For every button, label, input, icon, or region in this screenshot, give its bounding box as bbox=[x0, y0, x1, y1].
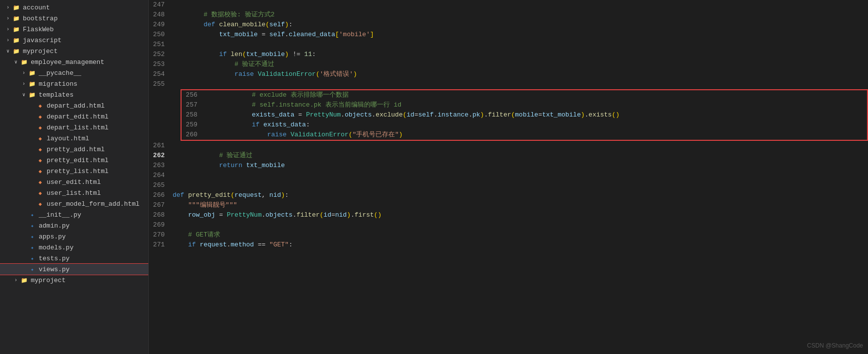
code-line-266: 266 def pretty_edit(request, nid): bbox=[149, 190, 868, 200]
python-icon: ✦ bbox=[28, 221, 37, 230]
chevron-down-icon: ∨ bbox=[20, 92, 28, 98]
chevron-right-icon: › bbox=[4, 38, 12, 43]
sidebar-item-label: pretty_add.html bbox=[47, 146, 105, 153]
code-line-268: 268 row_obj = PrettyNum.objects.filter(i… bbox=[149, 210, 868, 220]
python-icon: ✦ bbox=[28, 254, 37, 263]
folder-icon: 📁 bbox=[28, 90, 37, 99]
line-number: 257 bbox=[182, 100, 205, 110]
line-number: 255 bbox=[149, 79, 173, 89]
sidebar-item-label: user_model_form_add.html bbox=[47, 200, 139, 208]
sidebar-item-label: FlaskWeb bbox=[23, 26, 54, 33]
sidebar-item-label: apps.py bbox=[39, 233, 66, 240]
sidebar-item-label: user_list.html bbox=[47, 189, 101, 197]
code-line-267: 267 """编辑靓号""" bbox=[149, 200, 868, 210]
line-content: return txt_mobile bbox=[173, 161, 868, 171]
sidebar-item-myproject[interactable]: ∨ 📁 myproject bbox=[0, 46, 148, 57]
line-number: 261 bbox=[149, 141, 173, 151]
sidebar-item-flaskweb[interactable]: › 📁 FlaskWeb bbox=[0, 24, 148, 35]
file-explorer[interactable]: › 📁 account › 📁 bootstrap › 📁 FlaskWeb ›… bbox=[0, 0, 149, 354]
line-content: """编辑靓号""" bbox=[173, 200, 868, 210]
sidebar-item-tests-py[interactable]: ✦ tests.py bbox=[0, 253, 148, 264]
html-icon: ◆ bbox=[36, 145, 45, 154]
sidebar-item-label: migrations bbox=[39, 80, 77, 88]
line-content: def pretty_edit(request, nid): bbox=[173, 190, 868, 200]
code-line-269: 269 bbox=[149, 220, 868, 230]
sidebar-item-label: myproject bbox=[31, 277, 65, 284]
folder-icon: 📁 bbox=[12, 25, 21, 34]
code-line-260: 260 raise ValidationError("手机号已存在") bbox=[182, 130, 867, 140]
python-icon: ✦ bbox=[28, 243, 37, 252]
sidebar-item-label: pretty_list.html bbox=[47, 168, 109, 175]
folder-icon: 📁 bbox=[28, 68, 37, 77]
sidebar-item-layout[interactable]: ◆ layout.html bbox=[0, 133, 148, 144]
sidebar-item-user-model-form-add[interactable]: ◆ user_model_form_add.html bbox=[0, 198, 148, 209]
code-line-270: 270 # GET请求 bbox=[149, 230, 868, 240]
sidebar-item-employee-management[interactable]: ∨ 📁 employee_management bbox=[0, 57, 148, 67]
sidebar-item-depart-edit[interactable]: ◆ depart_edit.html bbox=[0, 111, 148, 122]
sidebar-item-label: employee_management bbox=[31, 59, 104, 66]
line-number: 270 bbox=[149, 230, 173, 240]
sidebar-item-init-py[interactable]: ✦ __init__.py bbox=[0, 209, 148, 220]
line-content: # 验证通过 bbox=[173, 151, 868, 161]
code-line-262: 262 # 验证通过 bbox=[149, 151, 868, 161]
sidebar-item-pycache[interactable]: › 📁 __pycache__ bbox=[0, 67, 148, 78]
sidebar-item-models-py[interactable]: ✦ models.py bbox=[0, 242, 148, 253]
code-line-247: 247 bbox=[149, 0, 868, 10]
line-number: 263 bbox=[149, 161, 173, 171]
line-number: 271 bbox=[149, 240, 173, 250]
sidebar-item-label: depart_edit.html bbox=[47, 113, 109, 120]
line-number: 262 bbox=[149, 151, 173, 161]
sidebar-item-depart-list[interactable]: ◆ depart_list.html bbox=[0, 122, 148, 133]
sidebar-item-templates[interactable]: ∨ 📁 templates bbox=[0, 89, 148, 100]
line-content: # 验证不通过 bbox=[173, 59, 868, 69]
folder-icon: 📁 bbox=[12, 3, 21, 12]
chevron-right-icon: › bbox=[20, 81, 28, 87]
line-content: if len(txt_mobile) != 11: bbox=[173, 50, 868, 59]
sidebar-item-pretty-edit[interactable]: ◆ pretty_edit.html bbox=[0, 155, 148, 166]
line-content: # 数据校验: 验证方式2 bbox=[173, 10, 868, 20]
sidebar-item-myproject2[interactable]: › 📁 myproject bbox=[0, 275, 148, 286]
code-line-264: 264 bbox=[149, 171, 868, 180]
sidebar-item-migrations[interactable]: › 📁 migrations bbox=[0, 78, 148, 89]
sidebar-item-depart-add[interactable]: ◆ depart_add.html bbox=[0, 100, 148, 111]
sidebar-item-admin-py[interactable]: ✦ admin.py bbox=[0, 220, 148, 231]
folder-icon: 📁 bbox=[12, 36, 21, 45]
code-line-256: 256 # exclude 表示排除哪一个数据 bbox=[182, 90, 867, 100]
folder-icon: 📁 bbox=[20, 276, 29, 285]
sidebar-item-label: pretty_edit.html bbox=[47, 157, 109, 164]
code-editor[interactable]: 247 248 # 数据校验: 验证方式2 249 def clean_mobi… bbox=[149, 0, 868, 354]
line-number: 251 bbox=[149, 40, 173, 50]
sidebar-item-label: javascript bbox=[23, 37, 62, 44]
sidebar-item-pretty-add[interactable]: ◆ pretty_add.html bbox=[0, 144, 148, 155]
code-line-249: 249 def clean_mobile(self): bbox=[149, 20, 868, 30]
sidebar-item-views-py[interactable]: ✦ views.py bbox=[0, 264, 148, 275]
line-content: txt_mobile = self.cleaned_data['mobile'] bbox=[173, 30, 868, 40]
html-icon: ◆ bbox=[36, 177, 45, 186]
sidebar-item-pretty-list[interactable]: ◆ pretty_list.html bbox=[0, 166, 148, 177]
python-icon: ✦ bbox=[28, 265, 37, 274]
line-content: # GET请求 bbox=[173, 230, 868, 240]
html-icon: ◆ bbox=[36, 199, 45, 208]
sidebar-item-account[interactable]: › 📁 account bbox=[0, 2, 148, 13]
highlighted-code-block: 256 # exclude 表示排除哪一个数据 257 # self.insta… bbox=[181, 89, 868, 141]
chevron-right-icon: › bbox=[12, 278, 20, 283]
folder-icon: 📁 bbox=[12, 47, 21, 56]
sidebar-item-user-list[interactable]: ◆ user_list.html bbox=[0, 187, 148, 198]
sidebar-item-label: bootstrap bbox=[23, 15, 58, 22]
code-line-254: 254 raise ValidationError('格式错误') bbox=[149, 69, 868, 79]
html-icon: ◆ bbox=[36, 156, 45, 165]
sidebar-item-label: depart_list.html bbox=[47, 124, 109, 131]
sidebar-item-bootstrap[interactable]: › 📁 bootstrap bbox=[0, 13, 148, 24]
sidebar-item-label: templates bbox=[39, 91, 73, 99]
line-content: if request.method == "GET": bbox=[173, 240, 868, 250]
line-content: exists_data = PrettyNum.objects.exclude(… bbox=[205, 110, 867, 120]
sidebar-item-apps-py[interactable]: ✦ apps.py bbox=[0, 231, 148, 242]
line-number: 253 bbox=[149, 59, 173, 69]
sidebar-item-javascript[interactable]: › 📁 javascript bbox=[0, 35, 148, 46]
sidebar-item-user-edit[interactable]: ◆ user_edit.html bbox=[0, 177, 148, 187]
python-icon: ✦ bbox=[28, 232, 37, 241]
code-line-253: 253 # 验证不通过 bbox=[149, 59, 868, 69]
sidebar-item-label: admin.py bbox=[39, 222, 69, 230]
html-icon: ◆ bbox=[36, 123, 45, 132]
line-number: 265 bbox=[149, 180, 173, 190]
